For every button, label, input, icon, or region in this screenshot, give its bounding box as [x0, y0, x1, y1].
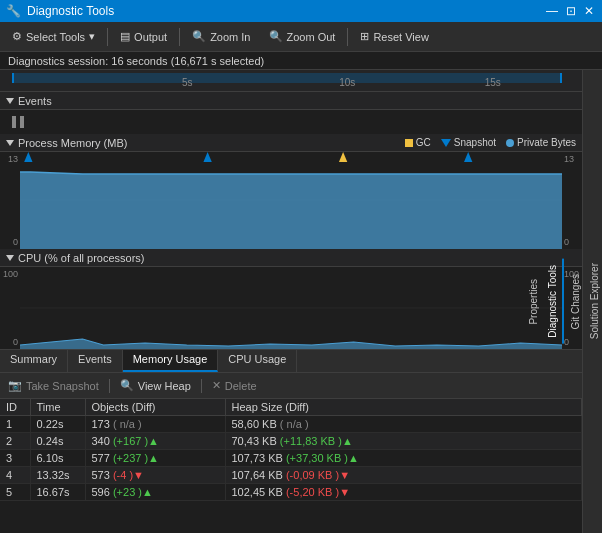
svg-marker-6 [203, 152, 211, 162]
col-header-time: Time [30, 399, 85, 416]
svg-marker-5 [24, 152, 32, 162]
cpu-y-axis-left: 100 0 [0, 267, 20, 349]
svg-marker-3 [20, 172, 562, 249]
cell-heapsize: 107,73 KB (+37,30 KB )▲ [225, 450, 582, 467]
output-icon: ▤ [120, 30, 130, 43]
gear-icon: ⚙ [12, 30, 22, 43]
table-row[interactable]: 5 16.67s 596 (+23 )▲ 102,45 KB (-5,20 KB… [0, 484, 582, 501]
cell-objects: 340 (+167 )▲ [85, 433, 225, 450]
toolbar: ⚙ Select Tools ▾ ▤ Output 🔍 Zoom In 🔍 Zo… [0, 22, 602, 52]
zoom-out-button[interactable]: 🔍 Zoom Out [263, 27, 342, 46]
col-header-objects: Objects (Diff) [85, 399, 225, 416]
title-bar-text: Diagnostic Tools [27, 4, 114, 18]
search-icon: 🔍 [120, 379, 134, 392]
legend: GC Snapshot Private Bytes [405, 137, 576, 148]
memory-chart-body: 13 0 13 0 [0, 152, 582, 249]
tab-summary[interactable]: Summary [0, 350, 68, 372]
data-table-container: ID Time Objects (Diff) Heap Size (Diff) … [0, 399, 582, 533]
view-heap-button[interactable]: 🔍 View Heap [120, 379, 191, 392]
cell-time: 16.67s [30, 484, 85, 501]
cpu-y-bottom: 0 [13, 337, 18, 347]
timeline-bar: 5s 10s 15s [0, 70, 582, 92]
snapshot-legend-icon [441, 139, 451, 147]
memory-y-axis-right: 13 0 [562, 152, 582, 249]
delete-icon: ✕ [212, 379, 221, 392]
memory-collapse-icon[interactable] [6, 140, 14, 146]
tick-5s: 5s [182, 77, 193, 88]
toolbar-separator-3 [347, 28, 348, 46]
cpu-chart-svg [20, 267, 562, 349]
cell-id: 4 [0, 467, 30, 484]
cpu-title: CPU (% of all processors) [18, 252, 145, 264]
select-tools-button[interactable]: ⚙ Select Tools ▾ [6, 27, 101, 46]
tab-cpu-usage[interactable]: CPU Usage [218, 350, 297, 372]
gc-legend-label: GC [416, 137, 431, 148]
snapshot-legend-label: Snapshot [454, 137, 496, 148]
cell-objects: 573 (-4 )▼ [85, 467, 225, 484]
view-heap-label: View Heap [138, 380, 191, 392]
cell-time: 13.32s [30, 467, 85, 484]
cpu-chart-body: 100 0 100 0 [0, 267, 582, 349]
dropdown-arrow: ▾ [89, 30, 95, 43]
table-header-row: ID Time Objects (Diff) Heap Size (Diff) [0, 399, 582, 416]
session-label: Diagnostics session: 16 seconds (16,671 … [8, 55, 264, 67]
tab-memory-usage[interactable]: Memory Usage [123, 350, 219, 372]
cell-time: 0.24s [30, 433, 85, 450]
right-tab-git-changes[interactable]: Git Changes [568, 268, 583, 336]
restore-button[interactable]: ⊡ [564, 4, 578, 18]
delete-label: Delete [225, 380, 257, 392]
col-header-heapsize: Heap Size (Diff) [225, 399, 582, 416]
right-tab-diagnostic-tools[interactable]: Diagnostic Tools [545, 259, 564, 344]
memory-section: Process Memory (MB) GC Snapshot Private … [0, 134, 582, 249]
table-row[interactable]: 2 0.24s 340 (+167 )▲ 70,43 KB (+11,83 KB… [0, 433, 582, 450]
events-header: Events [0, 92, 582, 110]
memory-y-bottom: 0 [13, 237, 18, 247]
gc-legend-icon [405, 139, 413, 147]
right-panel: Solution Explorer Git Changes Diagnostic… [582, 70, 602, 533]
cell-objects: 596 (+23 )▲ [85, 484, 225, 501]
select-tools-label: Select Tools [26, 31, 85, 43]
timeline-slider[interactable] [12, 73, 562, 83]
bottom-tabs: Summary Events Memory Usage CPU Usage [0, 349, 582, 373]
memory-title: Process Memory (MB) [18, 137, 127, 149]
tab-events[interactable]: Events [68, 350, 123, 372]
delete-button: ✕ Delete [212, 379, 257, 392]
close-button[interactable]: ✕ [582, 4, 596, 18]
toolbar-separator-2 [179, 28, 180, 46]
right-tab-solution-explorer[interactable]: Solution Explorer [587, 257, 602, 345]
zoom-in-button[interactable]: 🔍 Zoom In [186, 27, 256, 46]
memory-y-right-top: 13 [564, 154, 580, 164]
table-row[interactable]: 4 13.32s 573 (-4 )▼ 107,64 KB (-0,09 KB … [0, 467, 582, 484]
events-title: Events [18, 95, 52, 107]
tick-10s: 10s [339, 77, 355, 88]
cpu-collapse-icon[interactable] [6, 255, 14, 261]
cell-id: 1 [0, 416, 30, 433]
table-row[interactable]: 3 6.10s 577 (+237 )▲ 107,73 KB (+37,30 K… [0, 450, 582, 467]
cpu-section: CPU (% of all processors) 100 0 100 0 [0, 249, 582, 349]
reset-view-button[interactable]: ⊞ Reset View [354, 27, 434, 46]
svg-rect-1 [20, 116, 24, 128]
output-button[interactable]: ▤ Output [114, 27, 173, 46]
toolbar-separator-1 [107, 28, 108, 46]
cell-heapsize: 58,60 KB ( n/a ) [225, 416, 582, 433]
svg-marker-7 [464, 152, 472, 162]
minimize-button[interactable]: — [544, 4, 560, 18]
reset-icon: ⊞ [360, 30, 369, 43]
private-bytes-legend-label: Private Bytes [517, 137, 576, 148]
cell-objects: 173 ( n/a ) [85, 416, 225, 433]
cell-objects: 577 (+237 )▲ [85, 450, 225, 467]
cpu-y-top: 100 [3, 269, 18, 279]
cpu-y-right-bottom: 0 [564, 337, 580, 347]
right-tab-properties[interactable]: Properties [526, 273, 541, 331]
window-controls[interactable]: — ⊡ ✕ [544, 4, 596, 18]
svg-marker-4 [339, 152, 347, 162]
cell-time: 6.10s [30, 450, 85, 467]
events-collapse-icon[interactable] [6, 98, 14, 104]
cpu-header: CPU (% of all processors) [0, 249, 582, 267]
table-row[interactable]: 1 0.22s 173 ( n/a ) 58,60 KB ( n/a ) [0, 416, 582, 433]
tick-15s: 15s [485, 77, 501, 88]
snapshot-table: ID Time Objects (Diff) Heap Size (Diff) … [0, 399, 582, 501]
cell-id: 3 [0, 450, 30, 467]
memory-chart-svg [20, 152, 562, 249]
zoom-in-label: Zoom In [210, 31, 250, 43]
